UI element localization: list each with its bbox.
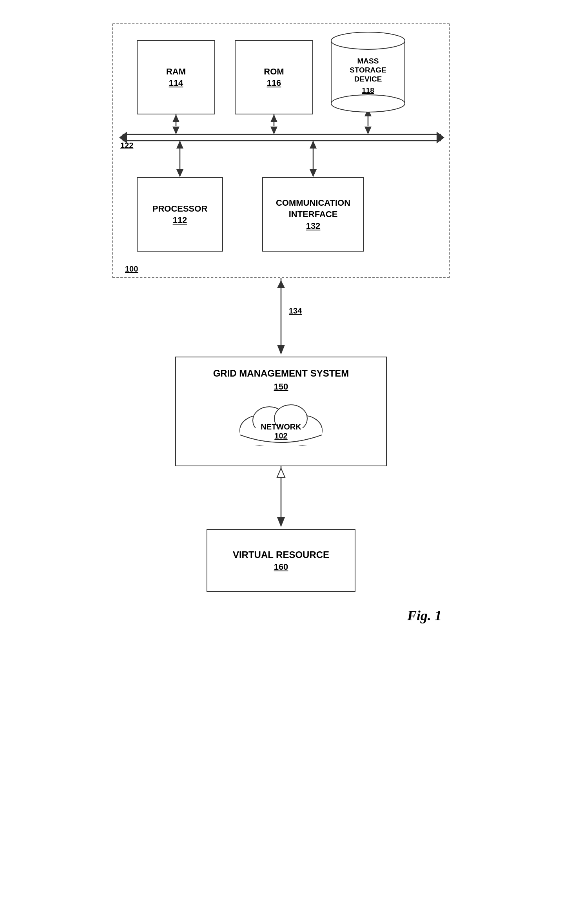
svg-text:102: 102 [274,431,287,440]
svg-marker-26 [277,345,285,355]
virtual-resource-number: 160 [274,562,288,572]
outer-box: RAM 114 ROM 116 [112,24,450,278]
figure-label-container: Fig. 1 [112,607,450,624]
svg-marker-8 [270,114,277,122]
svg-marker-4 [172,127,179,134]
processor-box: PROCESSOR 112 [137,177,223,252]
mass-storage-container: MASS STORAGE DEVICE 118 [331,32,405,114]
svg-text:DEVICE: DEVICE [354,75,382,83]
section-below: 134 GRID MANAGEMENT SYSTEM 150 [112,278,450,592]
svg-text:STORAGE: STORAGE [350,66,386,74]
comm-number: 132 [306,221,321,231]
ram-label: RAM [166,66,186,78]
svg-marker-14 [176,141,183,149]
grid-management-label: GRID MANAGEMENT SYSTEM [213,367,349,379]
page: RAM 114 ROM 116 [0,0,562,924]
svg-marker-7 [270,127,277,134]
svg-text:118: 118 [362,86,374,94]
svg-marker-27 [277,280,285,288]
grid-management-box: GRID MANAGEMENT SYSTEM 150 [175,357,387,466]
comm-box: COMMUNICATION INTERFACE 132 [262,177,364,252]
diagram: RAM 114 ROM 116 [112,24,450,924]
network-cloud-container: NETWORK 102 [230,399,332,450]
outer-box-label: 100 [125,265,138,274]
connector-134: 134 [112,278,450,357]
svg-marker-10 [364,127,372,134]
cylinder-svg: MASS STORAGE DEVICE 118 [331,32,405,114]
connector-svg: 134 [112,278,450,357]
svg-point-19 [331,32,405,49]
svg-text:MASS: MASS [357,57,379,65]
svg-marker-17 [310,141,317,149]
svg-rect-0 [123,134,441,141]
processor-label: PROCESSOR [152,203,208,215]
svg-marker-39 [277,468,285,477]
rom-label: ROM [264,66,284,78]
figure-label: Fig. 1 [407,607,442,624]
cylinder-shape: MASS STORAGE DEVICE 118 [331,32,405,114]
ram-box: RAM 114 [137,40,215,114]
svg-marker-16 [310,169,317,177]
grid-management-number: 150 [274,382,288,392]
virtual-resource-box: VIRTUAL RESOURCE 160 [207,529,355,592]
comm-label: COMMUNICATION INTERFACE [263,197,363,220]
svg-marker-38 [277,517,285,527]
svg-marker-13 [176,169,183,177]
svg-point-20 [331,95,405,112]
rom-number: 116 [267,78,281,88]
bus-label: 122 [120,141,133,150]
svg-text:134: 134 [289,306,302,315]
grid-to-virtual-svg [112,466,450,529]
ram-number: 114 [169,78,183,88]
svg-marker-2 [437,132,444,143]
svg-text:NETWORK: NETWORK [261,422,301,431]
cloud-svg: NETWORK 102 [230,399,332,450]
svg-marker-5 [172,114,179,122]
virtual-resource-label: VIRTUAL RESOURCE [233,549,329,561]
processor-number: 112 [173,215,187,225]
rom-box: ROM 116 [235,40,313,114]
